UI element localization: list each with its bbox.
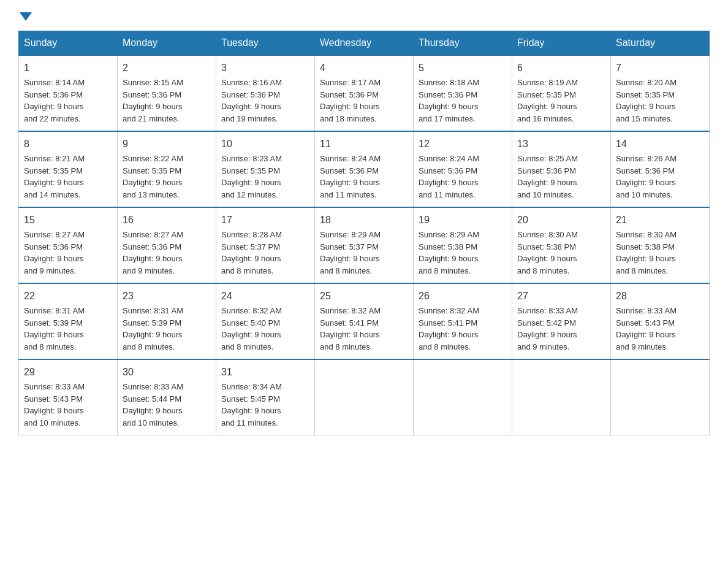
sunrise-info: Sunrise: 8:16 AM: [221, 78, 282, 87]
sunrise-info: Sunrise: 8:27 AM: [24, 230, 85, 239]
daylight-minutes: and 11 minutes.: [221, 418, 278, 427]
header-monday: Monday: [118, 31, 216, 56]
day-number: 7: [616, 61, 704, 75]
daylight-minutes: and 8 minutes.: [221, 266, 273, 275]
daylight-hours: Daylight: 9 hours: [616, 330, 676, 339]
sunrise-info: Sunrise: 8:30 AM: [616, 230, 677, 239]
sunrise-info: Sunrise: 8:24 AM: [419, 154, 479, 163]
sunset-info: Sunset: 5:43 PM: [24, 394, 83, 404]
daylight-hours: Daylight: 9 hours: [517, 254, 577, 263]
daylight-minutes: and 9 minutes.: [616, 342, 668, 351]
daylight-minutes: and 8 minutes.: [24, 342, 76, 351]
day-number: 1: [24, 61, 112, 75]
calendar-cell: 2Sunrise: 8:15 AMSunset: 5:36 PMDaylight…: [118, 55, 216, 131]
sunset-info: Sunset: 5:38 PM: [616, 242, 675, 251]
day-number: 14: [616, 137, 704, 151]
daylight-minutes: and 18 minutes.: [320, 114, 377, 123]
day-number: 8: [24, 137, 112, 151]
logo-arrow-icon: [20, 12, 32, 21]
sunset-info: Sunset: 5:38 PM: [517, 242, 576, 251]
sunrise-info: Sunrise: 8:33 AM: [616, 306, 677, 315]
daylight-minutes: and 10 minutes.: [616, 190, 673, 199]
calendar-cell: 14Sunrise: 8:26 AMSunset: 5:36 PMDayligh…: [611, 131, 710, 207]
daylight-minutes: and 8 minutes.: [320, 266, 372, 275]
calendar-cell: 29Sunrise: 8:33 AMSunset: 5:43 PMDayligh…: [19, 359, 118, 435]
sunset-info: Sunset: 5:36 PM: [123, 242, 181, 251]
sunset-info: Sunset: 5:38 PM: [419, 242, 477, 251]
day-number: 29: [24, 365, 112, 380]
daylight-hours: Daylight: 9 hours: [123, 102, 183, 111]
week-row-2: 8Sunrise: 8:21 AMSunset: 5:35 PMDaylight…: [19, 131, 710, 207]
sunrise-info: Sunrise: 8:32 AM: [320, 306, 381, 315]
daylight-hours: Daylight: 9 hours: [419, 178, 479, 187]
calendar-cell: [611, 359, 710, 435]
daylight-hours: Daylight: 9 hours: [123, 330, 183, 339]
calendar-cell: 23Sunrise: 8:31 AMSunset: 5:39 PMDayligh…: [118, 283, 216, 359]
page-header: [18, 12, 710, 21]
calendar-cell: 28Sunrise: 8:33 AMSunset: 5:43 PMDayligh…: [611, 283, 710, 359]
daylight-hours: Daylight: 9 hours: [123, 406, 183, 415]
daylight-hours: Daylight: 9 hours: [616, 102, 676, 111]
day-number: 20: [517, 213, 605, 228]
week-row-3: 15Sunrise: 8:27 AMSunset: 5:36 PMDayligh…: [19, 207, 710, 283]
sunset-info: Sunset: 5:37 PM: [221, 242, 280, 251]
day-number: 17: [221, 213, 309, 228]
sunrise-info: Sunrise: 8:21 AM: [24, 154, 85, 163]
day-number: 16: [123, 213, 211, 228]
sunrise-info: Sunrise: 8:33 AM: [123, 382, 183, 391]
sunset-info: Sunset: 5:36 PM: [419, 90, 477, 99]
daylight-hours: Daylight: 9 hours: [517, 102, 577, 111]
day-number: 25: [320, 289, 408, 304]
daylight-hours: Daylight: 9 hours: [24, 406, 84, 415]
calendar-cell: 21Sunrise: 8:30 AMSunset: 5:38 PMDayligh…: [611, 207, 710, 283]
sunrise-info: Sunrise: 8:25 AM: [517, 154, 578, 163]
calendar-cell: 26Sunrise: 8:32 AMSunset: 5:41 PMDayligh…: [414, 283, 512, 359]
calendar-cell: 15Sunrise: 8:27 AMSunset: 5:36 PMDayligh…: [19, 207, 118, 283]
daylight-hours: Daylight: 9 hours: [123, 178, 183, 187]
sunrise-info: Sunrise: 8:33 AM: [24, 382, 85, 391]
daylight-hours: Daylight: 9 hours: [320, 178, 380, 187]
sunrise-info: Sunrise: 8:34 AM: [221, 382, 282, 391]
calendar-cell: 6Sunrise: 8:19 AMSunset: 5:35 PMDaylight…: [512, 55, 611, 131]
daylight-hours: Daylight: 9 hours: [24, 102, 84, 111]
week-row-5: 29Sunrise: 8:33 AMSunset: 5:43 PMDayligh…: [19, 359, 710, 435]
sunrise-info: Sunrise: 8:31 AM: [123, 306, 183, 315]
calendar-cell: [315, 359, 414, 435]
sunset-info: Sunset: 5:35 PM: [123, 166, 181, 175]
sunrise-info: Sunrise: 8:22 AM: [123, 154, 183, 163]
day-number: 5: [419, 61, 507, 75]
day-number: 26: [419, 289, 507, 304]
daylight-hours: Daylight: 9 hours: [320, 102, 380, 111]
sunset-info: Sunset: 5:43 PM: [616, 318, 675, 327]
calendar-cell: 17Sunrise: 8:28 AMSunset: 5:37 PMDayligh…: [216, 207, 315, 283]
header-wednesday: Wednesday: [315, 31, 414, 56]
daylight-hours: Daylight: 9 hours: [221, 254, 281, 263]
sunrise-info: Sunrise: 8:29 AM: [320, 230, 381, 239]
day-number: 27: [517, 289, 605, 304]
header-friday: Friday: [512, 31, 611, 56]
sunrise-info: Sunrise: 8:14 AM: [24, 78, 85, 87]
sunset-info: Sunset: 5:36 PM: [24, 242, 83, 251]
daylight-minutes: and 8 minutes.: [123, 342, 175, 351]
daylight-hours: Daylight: 9 hours: [221, 330, 281, 339]
calendar-cell: 4Sunrise: 8:17 AMSunset: 5:36 PMDaylight…: [315, 55, 414, 131]
sunset-info: Sunset: 5:45 PM: [221, 394, 280, 404]
daylight-hours: Daylight: 9 hours: [320, 254, 380, 263]
daylight-minutes: and 17 minutes.: [419, 114, 476, 123]
sunset-info: Sunset: 5:36 PM: [320, 90, 379, 99]
day-number: 19: [419, 213, 507, 228]
daylight-minutes: and 21 minutes.: [123, 114, 180, 123]
calendar-cell: 8Sunrise: 8:21 AMSunset: 5:35 PMDaylight…: [19, 131, 118, 207]
daylight-minutes: and 8 minutes.: [221, 342, 273, 351]
daylight-minutes: and 8 minutes.: [419, 266, 471, 275]
daylight-hours: Daylight: 9 hours: [123, 254, 183, 263]
sunset-info: Sunset: 5:44 PM: [123, 394, 181, 404]
calendar-body: 1Sunrise: 8:14 AMSunset: 5:36 PMDaylight…: [19, 55, 710, 435]
day-number: 6: [517, 61, 605, 75]
sunset-info: Sunset: 5:35 PM: [616, 90, 675, 99]
calendar-cell: 31Sunrise: 8:34 AMSunset: 5:45 PMDayligh…: [216, 359, 315, 435]
sunset-info: Sunset: 5:42 PM: [517, 318, 576, 327]
day-number: 21: [616, 213, 704, 228]
day-number: 24: [221, 289, 309, 304]
calendar-cell: 12Sunrise: 8:24 AMSunset: 5:36 PMDayligh…: [414, 131, 512, 207]
